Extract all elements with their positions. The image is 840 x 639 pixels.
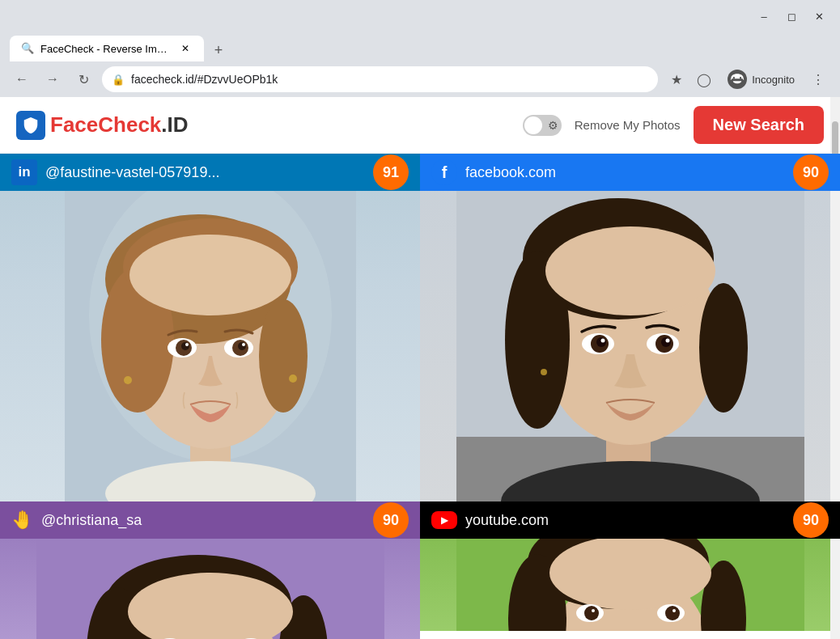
result-card-instagram[interactable]: 🤚 @christiana_sa 90: [0, 501, 420, 639]
bookmark-button[interactable]: ★: [664, 67, 689, 91]
gear-icon: ⚙: [548, 119, 558, 132]
tab-label: FaceCheck - Reverse Image Searc...: [40, 43, 172, 55]
face-image-3: [0, 539, 420, 639]
card-site-name-3: @christiana_sa: [41, 512, 365, 529]
svg-point-17: [242, 343, 245, 346]
svg-point-59: [665, 606, 680, 620]
card-header-youtube: youtube.com 90: [420, 501, 840, 539]
incognito-icon: [728, 70, 747, 89]
score-badge-4: 90: [793, 502, 829, 538]
svg-point-27: [699, 283, 748, 413]
browser-chrome: – ◻ ✕ 🔍 FaceCheck - Reverse Image Searc.…: [0, 0, 840, 97]
svg-point-55: [549, 535, 711, 610]
address-bar[interactable]: 🔒 facecheck.id/#DzvvUeOPb1k: [102, 66, 658, 92]
site-header: FaceCheck.ID ⚙ Remove My Photos New Sear…: [0, 97, 840, 154]
window-controls[interactable]: – ◻ ✕: [753, 5, 830, 28]
face-svg-3: [0, 539, 420, 639]
logo-id: ID: [168, 112, 189, 137]
svg-point-34: [661, 337, 671, 347]
facebook-icon: f: [431, 159, 457, 185]
linkedin-icon: in: [11, 159, 37, 185]
svg-point-35: [600, 339, 605, 343]
score-badge-3: 90: [373, 502, 409, 538]
result-card-youtube[interactable]: youtube.com 90: [420, 501, 840, 639]
score-badge: 91: [373, 154, 409, 190]
address-bar-row: ← → ↻ 🔒 facecheck.id/#DzvvUeOPb1k ★ ◯ In…: [0, 61, 840, 97]
card-header-instagram: 🤚 @christiana_sa 90: [0, 501, 420, 539]
card-site-name-2: facebook.com: [465, 164, 785, 181]
svg-point-9: [129, 235, 291, 315]
card-site-name-4: youtube.com: [465, 512, 785, 529]
face-image-1: [0, 154, 420, 501]
logo-shield-icon: [16, 111, 45, 140]
svg-point-37: [541, 369, 547, 375]
new-tab-button[interactable]: +: [207, 39, 230, 61]
toggle-thumb: [524, 116, 542, 134]
face-svg-1: [0, 154, 420, 501]
remove-photos-button[interactable]: Remove My Photos: [575, 118, 681, 132]
tab-favicon: 🔍: [21, 42, 34, 55]
svg-point-15: [238, 342, 246, 350]
card-inner-2: f facebook.com 90: [420, 154, 840, 501]
face-svg-2: [420, 154, 840, 501]
svg-point-33: [596, 337, 606, 347]
card-inner-3: 🤚 @christiana_sa 90: [0, 501, 420, 639]
address-bar-actions: ★ ◯ Incognito ⋮: [664, 66, 830, 92]
svg-point-18: [124, 376, 132, 384]
face-image-2: [420, 154, 840, 501]
menu-button[interactable]: ⋮: [806, 67, 830, 91]
svg-point-61: [672, 609, 676, 612]
restore-button[interactable]: ◻: [780, 5, 803, 28]
result-card-facebook[interactable]: f facebook.com 90: [420, 154, 840, 501]
split-button[interactable]: ◯: [692, 67, 716, 91]
title-bar: – ◻ ✕: [0, 0, 840, 32]
toggle-container: ⚙: [523, 115, 562, 136]
logo-face: FaceCheck: [50, 112, 161, 137]
logo-container: FaceCheck.ID: [16, 111, 189, 140]
svg-point-16: [185, 343, 189, 346]
logo-dot: .: [161, 112, 167, 137]
url-text: facecheck.id/#DzvvUeOPb1k: [131, 73, 278, 86]
minimize-button[interactable]: –: [753, 5, 775, 28]
result-card-linkedin[interactable]: in @faustine-vastel-057919... 91: [0, 154, 420, 501]
results-grid: in @faustine-vastel-057919... 91: [0, 154, 840, 639]
card-header-facebook: f facebook.com 90: [420, 154, 840, 191]
back-button[interactable]: ←: [10, 67, 34, 91]
tab-close-button[interactable]: ✕: [178, 41, 193, 56]
youtube-icon: [431, 511, 457, 529]
new-search-button[interactable]: New Search: [694, 106, 824, 144]
incognito-button[interactable]: Incognito: [719, 66, 803, 92]
tab-bar: 🔍 FaceCheck - Reverse Image Searc... ✕ +: [0, 32, 840, 61]
svg-point-60: [592, 609, 595, 612]
active-tab[interactable]: 🔍 FaceCheck - Reverse Image Searc... ✕: [10, 36, 204, 61]
forward-button[interactable]: →: [40, 67, 65, 91]
score-badge-2: 90: [793, 154, 829, 190]
card-site-name: @faustine-vastel-057919...: [45, 164, 365, 181]
svg-point-36: [665, 339, 669, 343]
logo-text: FaceCheck.ID: [50, 112, 189, 138]
svg-point-7: [259, 299, 308, 413]
youtube-play-icon: [441, 514, 448, 526]
wave-hand-icon: 🤚: [11, 510, 33, 531]
lock-icon: 🔒: [112, 74, 125, 86]
close-button[interactable]: ✕: [808, 5, 830, 28]
svg-point-58: [584, 606, 599, 620]
svg-point-28: [545, 226, 715, 315]
header-right: ⚙ Remove My Photos New Search: [523, 106, 824, 144]
svg-point-19: [289, 375, 297, 383]
incognito-label: Incognito: [752, 74, 795, 86]
card-inner-4: youtube.com 90: [420, 501, 840, 631]
toggle-switch[interactable]: ⚙: [523, 115, 562, 136]
page-content: FaceCheck.ID ⚙ Remove My Photos New Sear…: [0, 97, 840, 639]
svg-point-14: [181, 342, 189, 350]
refresh-button[interactable]: ↻: [71, 67, 95, 91]
card-inner: in @faustine-vastel-057919... 91: [0, 154, 420, 501]
card-header-linkedin: in @faustine-vastel-057919... 91: [0, 154, 420, 191]
